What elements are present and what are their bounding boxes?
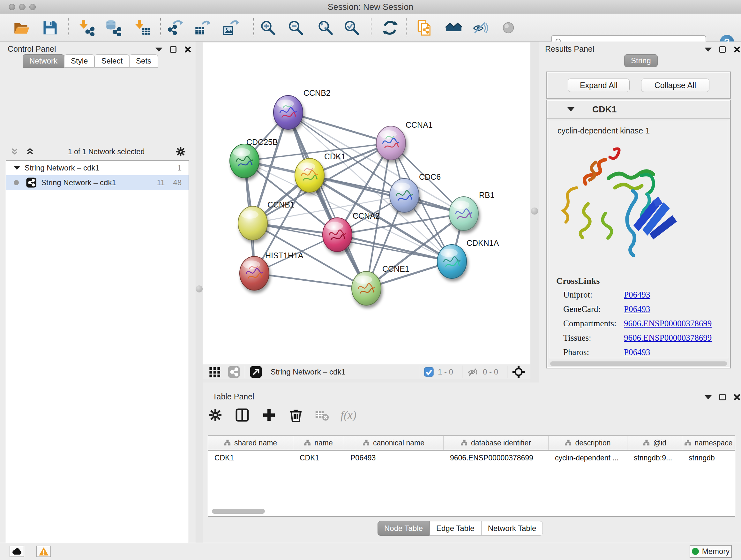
node-CCNA1[interactable] <box>376 126 406 160</box>
column-header-namespace[interactable]: namespace <box>682 436 735 450</box>
network-graph[interactable]: CCNB2CCNA1CDC25BCDK1CDC6RB1CCNB1CCNA2CDK… <box>203 43 530 364</box>
selected-checkbox-icon[interactable] <box>424 367 434 377</box>
results-panel-float-icon[interactable] <box>719 46 726 53</box>
zoom-in-icon[interactable] <box>260 19 276 36</box>
node-CCNB2[interactable] <box>273 96 303 129</box>
node-HIST1H1A[interactable] <box>240 256 269 290</box>
cell-namespace[interactable]: stringdb <box>682 450 735 465</box>
delete-column-icon[interactable] <box>288 408 304 423</box>
control-panel-close-icon[interactable] <box>184 46 191 53</box>
import-network-database-icon[interactable] <box>105 19 121 36</box>
node-CDC6[interactable] <box>390 179 419 212</box>
column-header-description[interactable]: description <box>549 436 627 450</box>
zoom-selected-icon[interactable] <box>343 19 360 36</box>
import-network-file-icon[interactable] <box>78 19 95 36</box>
network-options-gear-icon[interactable] <box>175 146 186 158</box>
birdseye-grid-icon[interactable] <box>208 366 221 378</box>
zoom-out-icon[interactable] <box>287 19 304 36</box>
open-session-icon[interactable] <box>13 19 30 36</box>
edge-CCNB2-CCNA1[interactable] <box>288 112 391 143</box>
table-panel-menu-icon[interactable] <box>704 395 712 399</box>
gene-section-header[interactable]: CDK1 <box>547 100 730 119</box>
gene-collapse-icon[interactable] <box>567 107 575 111</box>
double-house-icon[interactable] <box>446 19 462 36</box>
column-header-id[interactable]: @id <box>627 436 682 450</box>
eye-slash-icon[interactable] <box>472 19 488 36</box>
export-network-icon[interactable] <box>167 19 184 36</box>
results-panel-close-icon[interactable] <box>733 46 740 53</box>
tab-network-table[interactable]: Network Table <box>481 521 543 536</box>
cell-description[interactable]: cyclin-dependent ... <box>549 450 627 465</box>
node-RB1[interactable] <box>449 197 478 231</box>
edge-CCNB2-CCNE1[interactable] <box>288 112 366 288</box>
crosslink-pharos[interactable]: P06493 <box>624 348 650 357</box>
fit-selected-crosshair-icon[interactable] <box>512 365 525 379</box>
edge-CCNE1-HIST1H1A[interactable] <box>254 273 366 288</box>
crosslink-genecard[interactable]: P06493 <box>624 304 650 314</box>
import-table-file-icon[interactable] <box>134 19 151 36</box>
node-CDK1[interactable] <box>295 159 324 192</box>
function-builder-icon[interactable]: f(x) <box>340 408 356 422</box>
collapse-all-chevron-icon[interactable] <box>10 147 19 156</box>
save-session-icon[interactable] <box>42 19 58 36</box>
network-row[interactable]: String Network – cdk1 11 48 <box>6 175 189 190</box>
expand-all-button[interactable]: Expand All <box>568 78 630 92</box>
node-CCNA2[interactable] <box>323 218 352 252</box>
tab-string[interactable]: String <box>624 54 658 67</box>
results-hscrollbar[interactable] <box>550 361 727 366</box>
network-collection-row[interactable]: String Network – cdk1 1 <box>6 161 189 175</box>
crosslink-uniprot[interactable]: P06493 <box>624 290 650 300</box>
hidden-eye-icon[interactable] <box>467 366 479 378</box>
tab-select[interactable]: Select <box>94 54 129 68</box>
new-window-icon[interactable] <box>250 366 262 378</box>
cloud-button[interactable] <box>10 546 24 557</box>
refresh-layout-icon[interactable] <box>382 19 398 36</box>
right-splitter-handle[interactable] <box>531 207 538 214</box>
node-CDKN1A[interactable] <box>437 245 467 278</box>
left-splitter-handle[interactable] <box>196 286 203 293</box>
cell-database-identifier[interactable]: 9606.ENSP00000378699 <box>444 450 549 465</box>
column-header-name[interactable]: name <box>293 436 344 450</box>
control-panel-menu-icon[interactable] <box>155 48 162 52</box>
network-share-icon[interactable] <box>227 366 240 378</box>
tab-edge-table[interactable]: Edge Table <box>429 521 481 536</box>
crosslink-compartments[interactable]: 9606.ENSP00000378699 <box>624 319 712 328</box>
tab-style[interactable]: Style <box>64 54 94 68</box>
export-image-icon[interactable] <box>223 19 239 36</box>
results-panel-menu-icon[interactable] <box>704 48 712 52</box>
node-CCNB1[interactable] <box>238 206 267 240</box>
collection-collapse-icon[interactable] <box>14 166 20 170</box>
cell-shared-name[interactable]: CDK1 <box>208 450 293 465</box>
cell-id[interactable]: stringdb:9... <box>627 450 682 465</box>
table-panel-close-icon[interactable] <box>733 394 740 401</box>
eye-disabled-icon[interactable] <box>500 19 517 36</box>
table-hscrollbar[interactable] <box>212 509 265 514</box>
node-CDC25B[interactable] <box>230 144 259 178</box>
cell-name[interactable]: CDK1 <box>293 450 344 465</box>
crosslink-tissues[interactable]: 9606.ENSP00000378699 <box>624 333 712 343</box>
toggle-column-icon[interactable] <box>234 408 250 423</box>
share-document-icon[interactable] <box>416 19 433 36</box>
export-table-icon[interactable] <box>194 19 211 36</box>
column-header-database-identifier[interactable]: database identifier <box>444 436 549 450</box>
table-panel-float-icon[interactable] <box>719 394 726 400</box>
control-panel-float-icon[interactable] <box>170 46 177 53</box>
network-canvas[interactable]: CCNB2CCNA1CDC25BCDK1CDC6RB1CCNB1CCNA2CDK… <box>203 43 530 364</box>
tab-node-table[interactable]: Node Table <box>378 521 429 536</box>
expand-all-chevron-icon[interactable] <box>25 147 35 156</box>
node-CCNE1[interactable] <box>352 271 381 305</box>
table-gear-icon[interactable] <box>208 408 223 423</box>
zoom-fit-icon[interactable] <box>317 19 334 36</box>
column-header-shared-name[interactable]: shared name <box>208 436 293 450</box>
gene-name: CDK1 <box>592 105 616 115</box>
delete-table-icon[interactable] <box>315 408 329 422</box>
add-column-icon[interactable] <box>261 408 277 423</box>
warning-button[interactable] <box>37 546 51 557</box>
node-label-CCNE1: CCNE1 <box>382 264 409 273</box>
cell-canonical-name[interactable]: P06493 <box>344 450 444 465</box>
tab-sets[interactable]: Sets <box>129 54 158 68</box>
column-header-canonical-name[interactable]: canonical name <box>344 436 444 450</box>
tab-network[interactable]: Network <box>23 54 64 68</box>
memory-button[interactable]: Memory <box>690 545 732 558</box>
collapse-all-button[interactable]: Collapse All <box>641 78 710 92</box>
